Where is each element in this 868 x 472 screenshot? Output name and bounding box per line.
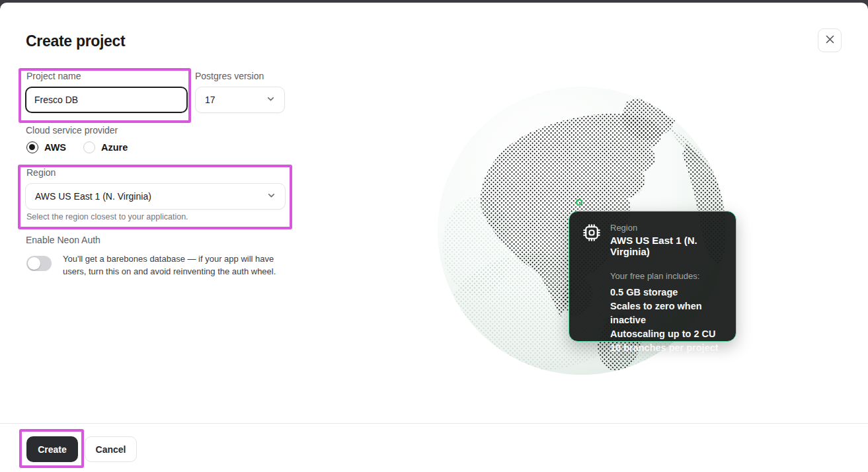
create-button[interactable]: Create: [26, 436, 78, 462]
chevron-down-icon: [266, 95, 275, 105]
region-label: Region: [26, 167, 56, 178]
region-value: AWS US East 1 (N. Virginia): [35, 191, 267, 202]
tooltip-plan-heading: Your free plan includes:: [610, 271, 723, 281]
chevron-down-icon: [267, 191, 276, 202]
postgres-version-value: 17: [205, 95, 266, 105]
create-project-dialog: Region AWS US East 1 (N. Virginia) Your …: [0, 3, 868, 472]
tooltip-region-label: Region: [610, 223, 723, 233]
project-name-label: Project name: [26, 71, 81, 81]
postgres-version-select[interactable]: 17: [195, 87, 285, 113]
radio-aws-dot: [26, 141, 38, 153]
region-select[interactable]: AWS US East 1 (N. Virginia): [25, 183, 286, 210]
radio-azure-dot: [83, 141, 95, 153]
radio-azure[interactable]: Azure: [83, 141, 128, 153]
toggle-knob: [28, 257, 40, 270]
tooltip-plan-features: 0.5 GB storage Scales to zero when inact…: [610, 286, 723, 355]
region-tooltip-card: Region AWS US East 1 (N. Virginia) Your …: [569, 211, 736, 342]
neon-auth-toggle[interactable]: [26, 256, 52, 271]
radio-aws[interactable]: AWS: [26, 141, 66, 153]
plan-feature-autoscaling: Autoscaling up to 2 CU: [610, 327, 723, 341]
cancel-button[interactable]: Cancel: [85, 436, 137, 462]
close-button[interactable]: [818, 28, 842, 52]
radio-aws-label: AWS: [44, 142, 66, 153]
cloud-provider-radio-group: AWS Azure: [26, 141, 128, 153]
close-icon: [825, 34, 835, 46]
page-title: Create project: [26, 32, 125, 50]
project-name-input[interactable]: [25, 87, 188, 113]
tooltip-region-value: AWS US East 1 (N. Virginia): [610, 235, 723, 257]
radio-azure-label: Azure: [101, 142, 128, 153]
region-helper-text: Select the region closest to your applic…: [26, 212, 188, 221]
postgres-version-label: Postgres version: [195, 71, 264, 81]
plan-feature-storage: 0.5 GB storage: [610, 286, 723, 299]
neon-auth-description: You'll get a barebones database — if you…: [63, 253, 296, 278]
plan-feature-branches: 10 branches per project: [610, 341, 723, 355]
neon-auth-label: Enable Neon Auth: [26, 235, 100, 245]
cloud-provider-label: Cloud service provider: [26, 125, 118, 136]
chip-icon: [582, 223, 602, 245]
plan-feature-scale-to-zero: Scales to zero when inactive: [610, 299, 723, 327]
dialog-footer: Create Cancel: [0, 423, 868, 472]
